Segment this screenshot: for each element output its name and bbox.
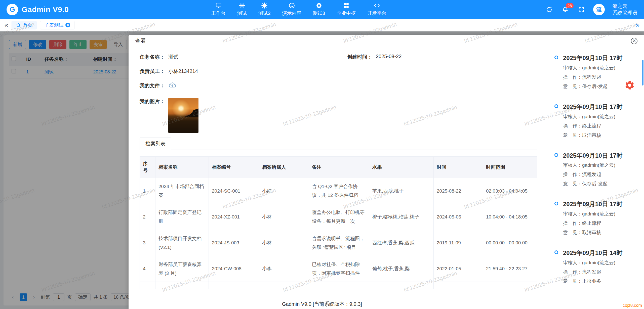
- field-task-name: 任务名称： 测试: [140, 54, 347, 60]
- user-role: 系统管理员: [612, 10, 637, 16]
- tab-home-label: 首页: [23, 22, 32, 28]
- field-files: 我的文件：: [140, 82, 347, 91]
- timeline-item: 2025年09月10日 14时 审核人：gadmin(流之云) 操 作：流程发起…: [554, 249, 638, 285]
- col-remark: 备注: [309, 157, 369, 178]
- sunset-photo-thumbnail[interactable]: [168, 98, 198, 133]
- col-archive-name: 档案名称: [155, 157, 209, 178]
- archive-row: 1 2024 年市场部合同档案 2024-SC-001 小红 含 Q1-Q2 客…: [140, 178, 537, 204]
- user-info[interactable]: 流之云 系统管理员: [612, 3, 637, 16]
- asterisk-icon: [261, 2, 268, 9]
- nav-label: 演示内容: [282, 10, 301, 17]
- brand[interactable]: G Gadmin V9.0: [7, 4, 69, 15]
- refresh-button[interactable]: [545, 5, 553, 14]
- archive-header-row: 序号 档案名称 档案编号 档案所属人 备注 水果 时间 时间范围: [140, 157, 537, 178]
- col-index: 序号: [140, 157, 155, 178]
- nav-item-workbench[interactable]: 工作台: [211, 2, 226, 17]
- view-modal: 查看 ✕ 任务名称： 测试 创建时间： 2025-08-22 负责员工： 小林2…: [129, 35, 644, 309]
- asterisk-icon: [239, 2, 245, 9]
- notification-badge: 28: [566, 3, 574, 8]
- fullscreen-button[interactable]: [577, 5, 586, 14]
- timeline-dot-icon: [554, 153, 558, 157]
- nav-item-dev-platform[interactable]: 开发平台: [367, 2, 386, 17]
- tabs-scroll-left-icon[interactable]: «: [5, 22, 8, 28]
- archive-row: 2 行政部固定资产登记册 2024-XZ-001 小林 覆盖办公电脑、打印机等设…: [140, 204, 537, 230]
- tab-active-label: 子表测试: [44, 22, 63, 28]
- home-icon: [16, 23, 21, 27]
- col-archive-owner: 档案所属人: [259, 157, 309, 178]
- col-time-range: 时间范围: [483, 157, 537, 178]
- tab-archive-list[interactable]: 档案列表: [140, 138, 171, 150]
- modal-close-button[interactable]: ✕: [631, 38, 637, 44]
- col-archive-no: 档案编号: [209, 157, 259, 178]
- code-icon: [374, 2, 380, 9]
- tab-home[interactable]: 首页: [12, 21, 36, 29]
- tabs-scroll-right-icon[interactable]: »: [636, 22, 639, 28]
- apps-icon: [343, 2, 349, 9]
- smile-icon: [289, 2, 295, 9]
- archive-row-partial: [140, 282, 537, 289]
- col-time: 时间: [434, 157, 483, 178]
- system-version-footer: Gadmin V9.0 [当前系统版本：9.0.3]: [0, 301, 644, 307]
- timeline-item: 2025年09月10日 17时 审核人：gadmin(流之云) 操 作：流程发起…: [554, 152, 638, 187]
- nav-item-demo[interactable]: 演示内容: [282, 2, 301, 17]
- nav-item-enterprise-hub[interactable]: 企业中枢: [337, 2, 356, 17]
- nav-label: 测试: [237, 10, 247, 17]
- tab-bar: « 首页 子表测试 ✕ »: [0, 19, 644, 31]
- tab-close-icon[interactable]: ✕: [65, 23, 70, 27]
- timeline-item: 2025年09月10日 17时 审核人：gadmin(流之云) 操 作：终止流程…: [554, 103, 638, 139]
- field-image: 我的图片：: [140, 98, 347, 133]
- logo-icon: G: [7, 4, 18, 15]
- disc-icon: [316, 2, 322, 9]
- user-name: 流之云: [612, 3, 637, 10]
- cloud-download-icon[interactable]: [168, 81, 176, 91]
- main-nav: 工作台 测试 测试2 演示内容: [211, 0, 386, 19]
- timeline-dot-icon: [554, 202, 558, 205]
- tab-subtable-test[interactable]: 子表测试 ✕: [40, 21, 74, 29]
- page-scrollbar-thumb[interactable]: [642, 60, 643, 85]
- theme-settings-gear-icon[interactable]: [624, 80, 635, 92]
- nav-label: 企业中枢: [337, 10, 356, 17]
- nav-label: 测试2: [258, 10, 271, 17]
- archive-tabs: 档案列表: [140, 137, 537, 150]
- col-fruit: 水果: [369, 157, 434, 178]
- notifications-button[interactable]: 28: [561, 5, 570, 14]
- timeline-dot-icon: [554, 56, 558, 59]
- top-navbar: G Gadmin V9.0 工作台 测试 测试2: [0, 0, 644, 19]
- timeline-dot-icon: [554, 104, 558, 108]
- archive-row: 4 财务部员工薪资核算表 (3 月) 2024-CW-008 小李 已核对社保、…: [140, 256, 537, 282]
- nav-label: 测试3: [313, 10, 325, 17]
- nav-label: 工作台: [211, 10, 226, 17]
- modal-header: 查看 ✕: [129, 35, 644, 47]
- timeline-item: 2025年09月10日 17时 审核人：gadmin(流之云) 操 作：终止流程…: [554, 201, 638, 236]
- timeline-dot-icon: [554, 250, 558, 254]
- navbar-actions: 28 流 流之云 系统管理员: [545, 3, 637, 16]
- nav-label: 开发平台: [367, 10, 386, 17]
- field-owner: 负责员工： 小林2134214: [140, 68, 347, 75]
- corner-watermark: cojz8.com: [623, 303, 642, 308]
- app-root: G Gadmin V9.0 工作台 测试 测试2: [0, 0, 644, 309]
- workbench-icon: [215, 2, 222, 9]
- nav-item-test2[interactable]: 测试2: [258, 2, 271, 17]
- archive-row: 3 技术部项目开发文档 (V2.1) 2024-JS-003 小林 含需求说明书…: [140, 230, 537, 256]
- archive-table: 序号 档案名称 档案编号 档案所属人 备注 水果 时间 时间范围 1 2024 …: [140, 156, 537, 289]
- nav-item-test3[interactable]: 测试3: [313, 2, 325, 17]
- app-title: Gadmin V9.0: [22, 5, 69, 14]
- user-avatar[interactable]: 流: [593, 4, 605, 15]
- field-created: 创建时间： 2025-08-22: [347, 54, 401, 60]
- modal-title: 查看: [135, 37, 146, 45]
- nav-item-test[interactable]: 测试: [237, 2, 247, 17]
